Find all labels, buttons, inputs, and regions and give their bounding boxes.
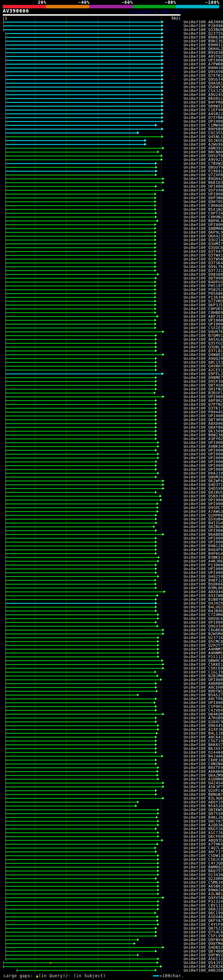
alignment-row[interactable]: UniRef100_C0PTZ4	[0, 212, 223, 215]
subject-label[interactable]: UniRef100_A8PJV1	[184, 315, 223, 318]
alignment-row[interactable]: UniRef100_B4J4A6	[0, 754, 223, 758]
subject-label[interactable]: UniRef100_Q6P3J5	[184, 303, 223, 307]
subject-label[interactable]: UniRef100_UPI000..	[184, 185, 223, 188]
subject-label[interactable]: UniRef100_A1DHR0	[184, 777, 223, 781]
alignment-row[interactable]: UniRef100_Q3TJZ1	[0, 269, 223, 272]
subject-label[interactable]: UniRef100_P05197	[184, 284, 223, 288]
subject-label[interactable]: UniRef100_Q96X45	[184, 724, 223, 728]
alignment-row[interactable]: UniRef100_Q754C8	[0, 930, 223, 934]
alignment-row[interactable]: UniRef100_B9H639	[0, 35, 223, 39]
subject-label[interactable]: UniRef100_C0NSN4	[184, 762, 223, 766]
alignment-row[interactable]: UniRef100_Q2UFC4	[0, 789, 223, 792]
alignment-row[interactable]: UniRef100_A8XD06	[0, 422, 223, 425]
alignment-row[interactable]: UniRef100_C7Z4M4	[0, 613, 223, 617]
alignment-row[interactable]: UniRef100_C4JVD4	[0, 708, 223, 712]
alignment-row[interactable]: UniRef100_UPI000..	[0, 449, 223, 452]
alignment-row[interactable]: UniRef100_Q23716	[0, 636, 223, 640]
alignment-row[interactable]: UniRef100_A2CE51	[0, 368, 223, 372]
subject-label[interactable]: UniRef100_C4YCF8	[184, 923, 223, 926]
subject-label[interactable]: UniRef100_C0HBD9	[184, 311, 223, 315]
subject-label[interactable]: UniRef100_C8V111	[184, 904, 223, 907]
subject-label[interactable]: UniRef100_C0H9N2	[184, 215, 223, 219]
subject-label[interactable]: UniRef100_C4JVD4	[184, 708, 223, 712]
alignment-row[interactable]: UniRef100_B5DK66	[0, 582, 223, 586]
alignment-row[interactable]: UniRef100_Q4DBS3	[0, 946, 223, 950]
subject-label[interactable]: UniRef100_P32324	[184, 900, 223, 904]
subject-label[interactable]: UniRef100_B6U0S1	[184, 97, 223, 100]
alignment-row[interactable]: UniRef100_Q3TWX1	[0, 253, 223, 257]
alignment-row[interactable]: UniRef100_Q3UZ14	[0, 238, 223, 242]
subject-label[interactable]: UniRef100_A8Q935	[184, 838, 223, 842]
subject-label[interactable]: UniRef100_Q875S0	[184, 812, 223, 816]
subject-label[interactable]: UniRef100_C5KKE1	[184, 663, 223, 667]
alignment-row[interactable]: UniRef100_A9BK34	[0, 445, 223, 449]
alignment-row[interactable]: UniRef100_Q4Z4S4	[0, 781, 223, 785]
subject-label[interactable]: UniRef100_Q9ASR1	[184, 81, 223, 85]
subject-label[interactable]: UniRef100_Q5CMC8	[184, 640, 223, 643]
subject-label[interactable]: UniRef100_B9SD38	[184, 51, 223, 54]
alignment-row[interactable]: UniRef100_A6RAK0	[0, 770, 223, 773]
alignment-row[interactable]: UniRef100_Q3TSK4	[0, 261, 223, 265]
subject-label[interactable]: UniRef100_Q3TLB1	[184, 349, 223, 353]
alignment-row[interactable]: UniRef100_Q8W0C4	[0, 659, 223, 663]
alignment-row[interactable]: UniRef100_B8MRQ2	[0, 865, 223, 869]
subject-label[interactable]: UniRef100_P29691	[184, 169, 223, 173]
alignment-row[interactable]: UniRef100_C0PUE5	[0, 307, 223, 311]
subject-label[interactable]: UniRef100_B4N128	[184, 544, 223, 548]
subject-label[interactable]: UniRef100_P15112	[184, 655, 223, 659]
alignment-row[interactable]: UniRef100_B5A526	[0, 804, 223, 808]
subject-label[interactable]: UniRef100_B6JXX7	[184, 747, 223, 751]
alignment-row[interactable]: UniRef100_C4YCF8	[0, 923, 223, 926]
subject-label[interactable]: UniRef100_Q8TH90	[184, 276, 223, 280]
alignment-row[interactable]: UniRef100_B4DPU3	[0, 280, 223, 284]
alignment-row[interactable]: UniRef100_Q3SYU2	[0, 341, 223, 345]
alignment-row[interactable]: UniRef100_C4YJQ8	[0, 861, 223, 865]
alignment-row[interactable]: UniRef100_C0Z355	[0, 131, 223, 135]
alignment-row[interactable]: UniRef100_Q5CMC8	[0, 640, 223, 643]
subject-label[interactable]: UniRef100_A7THK9	[184, 842, 223, 846]
alignment-row[interactable]: UniRef100_Q98S60	[0, 272, 223, 276]
subject-label[interactable]: UniRef100_A8N392	[184, 146, 223, 150]
alignment-row[interactable]: UniRef100_A4RJR6	[0, 559, 223, 563]
alignment-row[interactable]: UniRef100_Q95P39	[0, 380, 223, 383]
subject-label[interactable]: UniRef100_Q3UBL9	[184, 345, 223, 349]
alignment-row[interactable]: UniRef100_A4HNM7	[0, 647, 223, 651]
subject-label[interactable]: UniRef100_UPI000..	[184, 449, 223, 452]
alignment-row[interactable]: UniRef100_B4P6G4	[0, 552, 223, 555]
subject-label[interactable]: UniRef100_Q84KQ0	[184, 712, 223, 716]
alignment-row[interactable]: UniRef100_UPI000..	[0, 452, 223, 456]
alignment-row[interactable]: UniRef100_O13430	[0, 873, 223, 877]
alignment-row[interactable]: UniRef100_UPI000..	[0, 192, 223, 196]
subject-label[interactable]: UniRef100_A0C641	[184, 735, 223, 739]
alignment-row[interactable]: UniRef100_Q9FNV2	[0, 953, 223, 957]
subject-label[interactable]: UniRef100_B6ABD8	[184, 533, 223, 536]
alignment-row[interactable]: UniRef100_B6U0S1	[0, 97, 223, 100]
alignment-row[interactable]: UniRef100_C5GT19	[0, 739, 223, 743]
alignment-row[interactable]: UniRef100_Q8BMA8	[0, 227, 223, 231]
subject-label[interactable]: UniRef100_C5XJZ3	[184, 89, 223, 93]
subject-label[interactable]: UniRef100_B5A527	[184, 693, 223, 697]
alignment-row[interactable]: UniRef100_A4HNM5	[0, 651, 223, 655]
subject-label[interactable]: UniRef100_C5GT19	[184, 739, 223, 743]
alignment-row[interactable]: UniRef100_UPI000..	[0, 456, 223, 460]
alignment-row[interactable]: UniRef100_Q9BME7	[0, 376, 223, 380]
subject-label[interactable]: UniRef100_Q9SGT4	[184, 78, 223, 81]
subject-label[interactable]: UniRef100_A9U245	[184, 93, 223, 97]
subject-label[interactable]: UniRef100_A8JHX9	[184, 20, 223, 24]
alignment-row[interactable]: UniRef100_C8V111	[0, 904, 223, 907]
subject-label[interactable]: UniRef100_A9QQ29	[184, 357, 223, 361]
alignment-row[interactable]: UniRef100_A8QY19	[0, 800, 223, 804]
subject-label[interactable]: UniRef100_UPI000..	[184, 502, 223, 506]
subject-label[interactable]: UniRef100_C0Z355	[184, 131, 223, 135]
subject-label[interactable]: UniRef100_Q4D3T1	[184, 483, 223, 487]
alignment-row[interactable]: UniRef100_Q96X45	[0, 724, 223, 728]
subject-label[interactable]: UniRef100_Q8T4R9	[184, 418, 223, 422]
subject-label[interactable]: UniRef100_A8XD06	[184, 422, 223, 425]
subject-label[interactable]: UniRef100_A0F002	[184, 399, 223, 402]
alignment-row[interactable]: UniRef100_B0DTW1	[0, 689, 223, 693]
subject-label[interactable]: UniRef100_UPI000..	[184, 540, 223, 544]
subject-label[interactable]: UniRef100_B0W238	[184, 433, 223, 437]
subject-label[interactable]: UniRef100_Q4Q259	[184, 575, 223, 579]
alignment-row[interactable]: UniRef100_Q5FVX0	[0, 188, 223, 192]
alignment-row[interactable]: UniRef100_UPI000..	[0, 59, 223, 62]
